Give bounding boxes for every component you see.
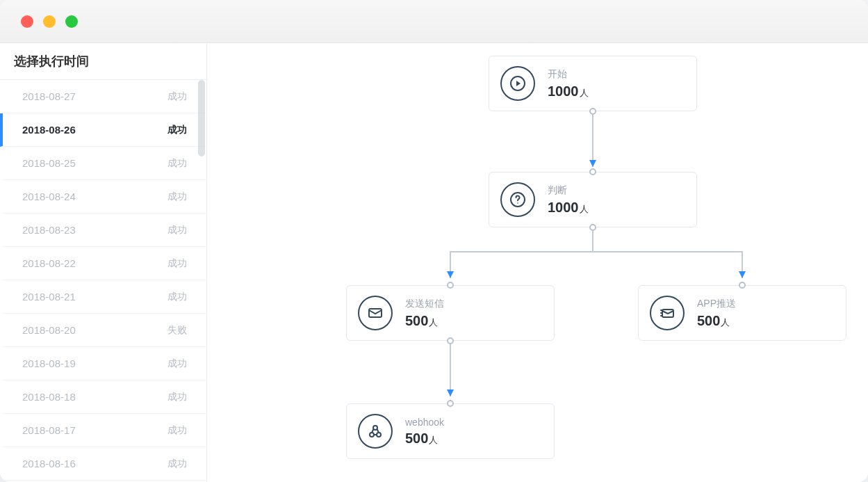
- node-title: APP推送: [697, 298, 736, 310]
- sidebar-item-status: 成功: [167, 191, 187, 203]
- sidebar-item[interactable]: 2018-08-24成功: [0, 180, 206, 214]
- play-icon: [500, 66, 535, 101]
- sidebar-item[interactable]: 2018-08-17成功: [0, 414, 206, 447]
- svg-marker-0: [589, 160, 596, 167]
- flow-node-webhook[interactable]: webhook 500人: [346, 403, 555, 459]
- sidebar-item[interactable]: 2018-08-26成功: [0, 113, 206, 147]
- send-icon: [650, 296, 685, 330]
- sidebar-item-date: 2018-08-22: [22, 257, 76, 269]
- sidebar-item-date: 2018-08-21: [22, 291, 76, 303]
- sidebar-item-date: 2018-08-18: [22, 391, 76, 403]
- sidebar-item-status: 成功: [167, 124, 187, 136]
- sidebar-item[interactable]: 2018-08-20失败: [0, 314, 206, 347]
- port-in: [447, 282, 454, 289]
- sidebar-list[interactable]: 2018-08-27成功2018-08-26成功2018-08-25成功2018…: [0, 80, 206, 482]
- sidebar-item[interactable]: 2018-08-18成功: [0, 380, 206, 414]
- sidebar-item-date: 2018-08-19: [22, 358, 76, 369]
- scrollbar-thumb[interactable]: [198, 80, 205, 156]
- mail-icon: [358, 296, 393, 330]
- sidebar-header: 选择执行时间: [0, 43, 206, 80]
- node-count: 500人: [405, 313, 444, 329]
- node-count: 500人: [697, 313, 736, 329]
- window-minimize-dot[interactable]: [43, 15, 56, 28]
- node-count: 500人: [405, 431, 444, 447]
- sidebar-item-status: 成功: [167, 391, 187, 403]
- node-title: 发送短信: [405, 298, 444, 310]
- svg-marker-1: [447, 271, 454, 278]
- sidebar-item-date: 2018-08-25: [22, 157, 76, 169]
- sidebar-item-status: 成功: [167, 291, 187, 303]
- sidebar-item[interactable]: 2018-08-25成功: [0, 147, 206, 180]
- sidebar-item-status: 成功: [167, 90, 187, 103]
- sidebar-item-date: 2018-08-16: [22, 458, 76, 469]
- sidebar-item-status: 失败: [167, 324, 187, 337]
- sidebar-item-status: 成功: [167, 224, 187, 236]
- port-in: [589, 168, 596, 175]
- sidebar-item-date: 2018-08-27: [22, 90, 76, 102]
- titlebar: [0, 0, 868, 43]
- sidebar-item[interactable]: 2018-08-23成功: [0, 214, 206, 247]
- sidebar-item[interactable]: 2018-08-27成功: [0, 80, 206, 113]
- node-title: 判断: [548, 184, 589, 197]
- sidebar-item[interactable]: 2018-08-21成功: [0, 280, 206, 314]
- flow-node-start[interactable]: 开始 1000人: [489, 56, 697, 111]
- sidebar-item-date: 2018-08-17: [22, 424, 76, 436]
- sidebar-item-status: 成功: [167, 358, 187, 370]
- port-in: [739, 282, 746, 289]
- sidebar-item-status: 成功: [167, 458, 187, 470]
- sidebar-item-status: 成功: [167, 257, 187, 270]
- sidebar: 选择执行时间 2018-08-27成功2018-08-26成功2018-08-2…: [0, 43, 207, 482]
- question-icon: [500, 182, 535, 217]
- webhook-icon: [358, 414, 393, 449]
- port-out: [447, 337, 454, 344]
- flow-canvas[interactable]: 开始 1000人 判断 1000人: [207, 43, 868, 482]
- sidebar-item-date: 2018-08-24: [22, 191, 76, 202]
- svg-marker-2: [739, 271, 746, 278]
- flow-node-judge[interactable]: 判断 1000人: [489, 172, 697, 227]
- sidebar-item-date: 2018-08-26: [22, 124, 76, 136]
- svg-marker-5: [516, 81, 521, 86]
- port-out: [589, 108, 596, 115]
- port-out: [589, 224, 596, 231]
- sidebar-item[interactable]: 2018-08-16成功: [0, 447, 206, 481]
- port-in: [447, 400, 454, 407]
- content-area: 选择执行时间 2018-08-27成功2018-08-26成功2018-08-2…: [0, 43, 868, 482]
- sidebar-item-date: 2018-08-20: [22, 324, 76, 336]
- svg-point-7: [517, 202, 518, 204]
- flow-node-push[interactable]: APP推送 500人: [638, 285, 846, 341]
- svg-marker-3: [447, 389, 454, 396]
- node-count: 1000人: [548, 83, 589, 99]
- sidebar-item-status: 成功: [167, 157, 187, 170]
- window-zoom-dot[interactable]: [65, 15, 78, 28]
- sidebar-item[interactable]: 2018-08-19成功: [0, 347, 206, 380]
- window-close-dot[interactable]: [21, 15, 33, 28]
- sidebar-item-date: 2018-08-23: [22, 224, 76, 236]
- node-title: webhook: [405, 417, 444, 428]
- node-title: 开始: [548, 68, 589, 81]
- node-count: 1000人: [548, 200, 589, 216]
- flow-node-sms[interactable]: 发送短信 500人: [346, 285, 555, 341]
- svg-point-12: [373, 426, 377, 430]
- sidebar-item[interactable]: 2018-08-22成功: [0, 247, 206, 280]
- sidebar-item-status: 成功: [167, 424, 187, 437]
- app-window: 选择执行时间 2018-08-27成功2018-08-26成功2018-08-2…: [0, 0, 868, 482]
